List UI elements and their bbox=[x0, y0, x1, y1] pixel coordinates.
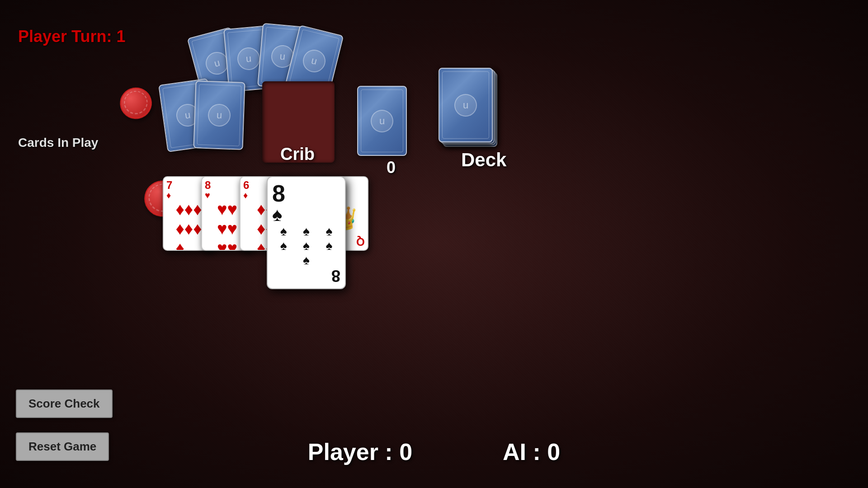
card-rank-top: 8 bbox=[272, 182, 340, 205]
score-check-button[interactable]: Score Check bbox=[16, 389, 113, 418]
card-emblem: u bbox=[236, 47, 261, 71]
card-emblem: u bbox=[454, 94, 477, 117]
reset-game-button[interactable]: Reset Game bbox=[16, 432, 109, 461]
card-suit-top: ♠ bbox=[272, 205, 340, 224]
card-emblem: u bbox=[301, 47, 328, 75]
crib-label: Crib bbox=[280, 145, 315, 164]
right-count: 0 bbox=[387, 158, 396, 177]
card-rank-bottom: 8 bbox=[331, 267, 340, 284]
spade-pip: ♠ bbox=[303, 253, 310, 267]
score-display: Player : 0 AI : 0 bbox=[308, 438, 560, 465]
player-turn-label: Player Turn: 1 bbox=[18, 27, 125, 46]
spade-pip: ♠ bbox=[326, 224, 332, 239]
poker-chip-1 bbox=[119, 85, 156, 122]
eight-of-spades-card[interactable]: 8 ♠ ♠ ♠ ♠ ♠ ♠ ♠ ♠ 8 bbox=[267, 176, 346, 289]
deck-area: u u u u bbox=[439, 68, 502, 151]
cards-in-play-label: Cards In Play bbox=[18, 136, 98, 150]
spade-pip: ♠ bbox=[280, 239, 287, 253]
play-right-card: u bbox=[357, 86, 407, 156]
deck-stack: u u u u bbox=[439, 68, 502, 151]
spade-pip: ♠ bbox=[303, 224, 310, 239]
card-emblem: u bbox=[208, 103, 231, 127]
deck-card-4: u bbox=[439, 68, 493, 142]
spade-pip: ♠ bbox=[280, 224, 287, 239]
spade-pip: ♠ bbox=[326, 239, 332, 253]
deck-label: Deck bbox=[461, 149, 506, 171]
card-rank-bottom: Q bbox=[356, 236, 365, 247]
card-emblem: u bbox=[371, 110, 393, 132]
ai-score: AI : 0 bbox=[503, 438, 560, 465]
player-score: Player : 0 bbox=[308, 438, 412, 465]
play-left-card-2: u bbox=[193, 80, 245, 150]
spade-pip: ♠ bbox=[303, 239, 310, 253]
